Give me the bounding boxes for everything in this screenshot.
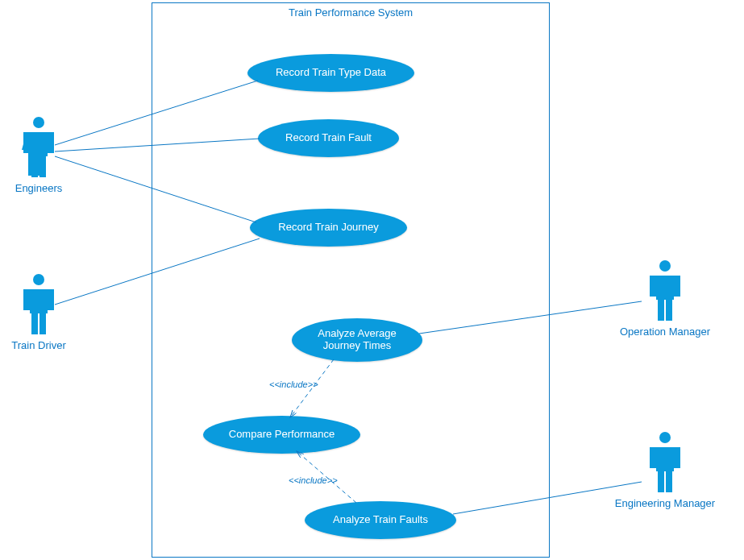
usecase-analyze-avg-journey: Analyze Average Journey Times xyxy=(292,318,422,362)
svg-rect-1 xyxy=(23,132,30,153)
usecase-label: Record Train Journey xyxy=(278,222,378,234)
usecase-label: Record Train Type Data xyxy=(276,67,386,79)
svg-point-12 xyxy=(659,260,671,272)
person-icon xyxy=(19,114,59,179)
usecase-record-train-fault: Record Train Fault xyxy=(258,119,399,157)
person-icon xyxy=(645,258,685,322)
usecase-label: Record Train Fault xyxy=(285,132,372,144)
usecase-analyze-train-faults: Analyze Train Faults xyxy=(305,501,456,539)
svg-rect-20 xyxy=(674,447,680,468)
svg-rect-21 xyxy=(656,447,674,471)
svg-rect-13 xyxy=(650,276,656,297)
actor-label: Engineering Manager xyxy=(615,497,715,509)
person-icon xyxy=(19,272,59,336)
usecase-compare-performance: Compare Performance xyxy=(203,416,360,454)
svg-point-6 xyxy=(33,274,44,285)
svg-rect-23 xyxy=(666,470,672,492)
svg-rect-9 xyxy=(30,289,48,313)
usecase-label: Analyze Average Journey Times xyxy=(318,328,396,352)
svg-rect-4 xyxy=(31,155,38,177)
include-label: <<include>> xyxy=(269,380,318,389)
person-icon xyxy=(645,429,685,494)
svg-rect-3 xyxy=(30,132,48,156)
actor-label: Operation Manager xyxy=(620,326,710,338)
system-title: Train Performance System xyxy=(152,6,549,19)
actor-train-driver: Train Driver xyxy=(15,272,63,351)
svg-rect-15 xyxy=(656,276,674,300)
svg-rect-19 xyxy=(650,447,656,468)
usecase-record-train-journey: Record Train Journey xyxy=(250,209,407,247)
include-label: <<include>> xyxy=(289,475,338,485)
svg-rect-8 xyxy=(48,289,54,310)
svg-rect-2 xyxy=(48,132,54,153)
svg-rect-7 xyxy=(23,289,30,310)
svg-point-18 xyxy=(659,432,671,443)
svg-rect-5 xyxy=(39,155,46,177)
svg-rect-17 xyxy=(666,298,672,321)
usecase-label: Compare Performance xyxy=(229,429,335,441)
actor-engineering-manager: Engineering Manager xyxy=(641,429,689,509)
actor-engineers: Engineers xyxy=(15,114,63,194)
actor-label: Engineers xyxy=(15,182,63,194)
svg-rect-10 xyxy=(31,312,38,334)
actor-operation-manager: Operation Manager xyxy=(641,258,689,338)
actor-label: Train Driver xyxy=(11,339,65,351)
usecase-record-train-type: Record Train Type Data xyxy=(247,54,414,92)
svg-rect-22 xyxy=(658,470,664,492)
svg-rect-11 xyxy=(39,312,46,334)
svg-rect-16 xyxy=(658,298,664,321)
diagram-canvas: Train Performance System Record Train Ty… xyxy=(0,0,744,560)
usecase-label: Analyze Train Faults xyxy=(333,514,428,526)
svg-rect-14 xyxy=(674,276,680,297)
svg-point-0 xyxy=(33,117,44,128)
